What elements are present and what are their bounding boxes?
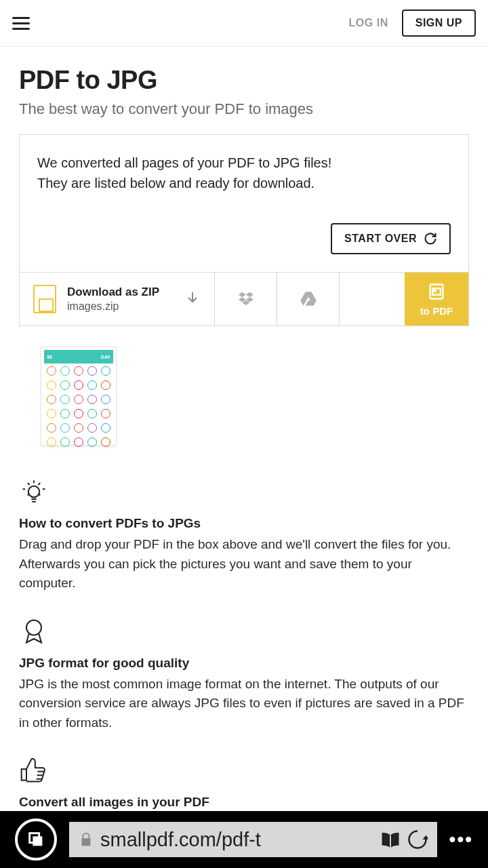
- result-message: We converted all pages of your PDF to JP…: [37, 153, 451, 193]
- ribbon-icon: [19, 616, 49, 646]
- to-pdf-button[interactable]: to PDF: [405, 273, 468, 326]
- svg-point-4: [26, 620, 41, 635]
- reload-icon[interactable]: [407, 829, 428, 850]
- start-over-button[interactable]: START OVER: [331, 223, 451, 254]
- result-thumbnail[interactable]: 30 DAY: [41, 347, 117, 446]
- image-file-icon: [33, 285, 56, 313]
- download-label: Download as ZIP: [67, 285, 174, 299]
- download-arrow-icon: [184, 290, 201, 309]
- svg-point-3: [28, 486, 40, 498]
- to-pdf-label: to PDF: [420, 305, 453, 317]
- main-content: PDF to JPG The best way to convert your …: [0, 47, 488, 868]
- dropbox-button[interactable]: [215, 273, 277, 326]
- thumb-header: 30 DAY: [44, 350, 113, 363]
- download-texts: Download as ZIP images.zip: [67, 285, 174, 313]
- login-link[interactable]: LOG IN: [349, 17, 388, 29]
- more-icon[interactable]: •••: [449, 829, 473, 850]
- to-pdf-icon: [427, 282, 446, 301]
- download-row: Download as ZIP images.zip to PDF: [19, 273, 469, 326]
- url-text: smallpdf.com/pdf-t: [100, 829, 373, 851]
- svg-rect-5: [22, 769, 26, 781]
- thumbsup-icon: [19, 755, 49, 785]
- tabs-button[interactable]: [15, 818, 57, 861]
- dropbox-icon: [237, 290, 255, 308]
- header: LOG IN SIGN UP: [0, 0, 488, 47]
- info-text-1: JPG is the most common image format on t…: [19, 675, 469, 733]
- svg-point-2: [434, 290, 436, 291]
- svg-rect-7: [33, 836, 42, 846]
- header-actions: LOG IN SIGN UP: [349, 9, 476, 37]
- address-bar[interactable]: smallpdf.com/pdf-t: [69, 822, 437, 857]
- info-title-1: JPG format for good quality: [19, 656, 469, 671]
- start-over-label: START OVER: [344, 233, 417, 245]
- lightbulb-icon: [19, 477, 49, 507]
- info-title-0: How to convert PDFs to JPGs: [19, 516, 469, 531]
- tabs-icon: [26, 830, 45, 849]
- result-line2: They are listed below and ready for down…: [37, 173, 451, 193]
- thumb-grid: [45, 366, 112, 441]
- reader-icon[interactable]: [380, 829, 401, 850]
- gdrive-icon: [300, 290, 317, 308]
- download-spacer: [340, 273, 405, 326]
- download-zip-button[interactable]: Download as ZIP images.zip: [20, 273, 215, 326]
- info-text-0: Drag and drop your PDF in the box above …: [19, 535, 469, 593]
- info-block-0: How to convert PDFs to JPGs Drag and dro…: [19, 477, 469, 593]
- info-block-1: JPG format for good quality JPG is the m…: [19, 616, 469, 733]
- page-subtitle: The best way to convert your PDF to imag…: [19, 100, 469, 118]
- signup-button[interactable]: SIGN UP: [402, 9, 476, 37]
- download-filename: images.zip: [67, 300, 174, 313]
- browser-bottom-bar: smallpdf.com/pdf-t •••: [0, 811, 488, 868]
- result-line1: We converted all pages of your PDF to JP…: [37, 153, 451, 173]
- result-box: We converted all pages of your PDF to JP…: [19, 134, 469, 273]
- reload-icon: [424, 232, 437, 245]
- info-title-2: Convert all images in your PDF: [19, 795, 469, 810]
- lock-icon: [79, 832, 94, 847]
- page-title: PDF to JPG: [19, 66, 469, 95]
- menu-icon[interactable]: [12, 17, 30, 30]
- gdrive-button[interactable]: [277, 273, 340, 326]
